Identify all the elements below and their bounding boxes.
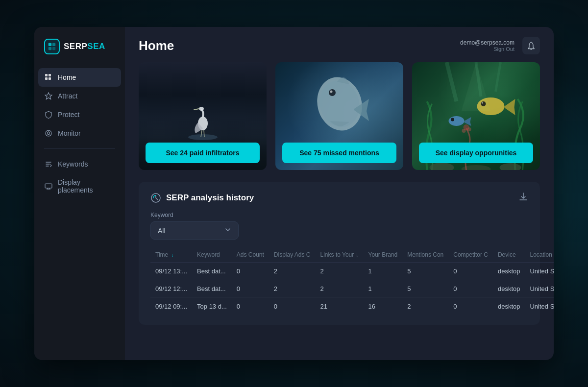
svg-rect-1 [52, 43, 55, 46]
feature-cards: See 24 paid infiltrators [139, 62, 540, 170]
cell-location: United S... [525, 263, 554, 280]
col-keyword: Keyword [192, 247, 232, 263]
cell-mentions: 5 [402, 280, 448, 298]
cell-location: United S... [525, 280, 554, 298]
table-row[interactable]: 09/12 12:... Best dat... 0 2 2 1 5 0 des… [150, 280, 554, 298]
sidebar-divider [44, 148, 115, 149]
attract-label: Attract [58, 92, 77, 100]
svg-rect-7 [49, 77, 51, 80]
table-row[interactable]: 09/12 09:... Top 13 d... 0 0 21 16 2 0 d… [150, 298, 554, 315]
monitor-icon [44, 129, 53, 138]
svg-point-15 [188, 134, 218, 140]
sidebar-item-display-placements[interactable]: Display placements [34, 173, 125, 199]
mentions-card[interactable]: See 75 missed mentions [275, 62, 403, 170]
sidebar-item-attract[interactable]: Attract [34, 87, 125, 105]
cell-keyword: Best dat... [192, 280, 232, 298]
page-title: Home [139, 38, 174, 53]
sign-out-button[interactable]: Sign Out [460, 46, 514, 52]
col-competitor: Competitor C [448, 247, 493, 263]
user-info: demo@serpsea.com Sign Out [460, 39, 514, 52]
svg-point-26 [500, 163, 521, 170]
main-content: Home demo@serpsea.com Sign Out [125, 27, 554, 360]
svg-rect-4 [45, 74, 48, 76]
sort-icon: ↓ [172, 252, 174, 258]
col-time: Time ↓ [150, 247, 192, 263]
keyword-select[interactable]: All [150, 221, 239, 240]
cell-location: United S... [525, 298, 554, 315]
cell-links: 2 [316, 263, 364, 280]
protect-icon [44, 110, 53, 119]
cell-competitor: 0 [448, 263, 493, 280]
cell-ads-count: 0 [232, 263, 269, 280]
notification-button[interactable] [522, 37, 540, 54]
svg-rect-3 [52, 47, 55, 50]
logo-icon [44, 39, 60, 54]
sidebar-item-keywords[interactable]: Keywords [34, 155, 125, 173]
sidebar-item-home[interactable]: Home [38, 68, 121, 87]
cell-competitor: 0 [448, 298, 493, 315]
logo-label: SERPSEA [64, 42, 105, 51]
display-placements-icon [44, 182, 53, 191]
cell-links: 2 [316, 280, 364, 298]
analysis-section: SERP analysis history Keyword All [139, 182, 540, 325]
svg-point-9 [48, 132, 50, 135]
svg-rect-2 [49, 47, 51, 50]
svg-point-34 [467, 127, 471, 131]
cell-mentions: 2 [402, 298, 448, 315]
infiltrators-card[interactable]: See 24 paid infiltrators [139, 62, 267, 170]
svg-point-31 [451, 118, 454, 121]
col-location: Location [525, 247, 554, 263]
table-header-row: Time ↓ Keyword Ads Count Display Ads C L… [150, 247, 554, 263]
col-device: Device [493, 247, 525, 263]
cell-device: desktop [493, 263, 525, 280]
col-mentions: Mentions Con [402, 247, 448, 263]
download-button[interactable] [518, 192, 528, 204]
col-your-brand: Your Brand [364, 247, 403, 263]
svg-line-19 [204, 130, 204, 137]
mentions-button[interactable]: See 75 missed mentions [282, 143, 396, 163]
cell-your-brand: 16 [364, 298, 403, 315]
svg-point-23 [330, 91, 332, 93]
cell-device: desktop [493, 280, 525, 298]
col-ads-count: Ads Count [232, 247, 269, 263]
logo: SERPSEA [34, 39, 125, 68]
svg-rect-6 [45, 77, 48, 80]
col-links: Links to Your ↓ [316, 247, 364, 263]
cell-time: 09/12 09:... [150, 298, 192, 315]
table-row[interactable]: 09/12 13:... Best dat... 0 2 2 1 5 0 des… [150, 263, 554, 280]
analysis-header: SERP analysis history [150, 192, 528, 204]
cell-keyword: Top 13 d... [192, 298, 232, 315]
keywords-icon [44, 160, 53, 169]
display-placements-label: Display placements [58, 178, 115, 194]
keyword-select-value: All [158, 227, 166, 235]
content-area: See 24 paid infiltrators [125, 62, 554, 360]
cell-display-ads: 2 [269, 280, 316, 298]
user-email: demo@serpsea.com [460, 39, 514, 46]
cell-display-ads: 0 [269, 298, 316, 315]
sidebar-item-monitor[interactable]: Monitor [34, 124, 125, 143]
svg-point-33 [462, 129, 466, 133]
col-display-ads: Display Ads C [269, 247, 316, 263]
header-actions: demo@serpsea.com Sign Out [460, 37, 540, 54]
display-button[interactable]: See display opporunities [419, 143, 533, 163]
svg-point-17 [199, 107, 204, 111]
keywords-label: Keywords [58, 160, 88, 168]
attract-icon [44, 92, 53, 100]
svg-rect-0 [49, 43, 51, 46]
svg-point-22 [329, 89, 336, 96]
display-card[interactable]: See display opporunities [412, 62, 540, 170]
sidebar-item-protect[interactable]: Protect [34, 105, 125, 124]
svg-rect-11 [45, 184, 52, 188]
svg-point-30 [449, 116, 465, 126]
cell-mentions: 5 [402, 263, 448, 280]
cell-device: desktop [493, 298, 525, 315]
analysis-table: Time ↓ Keyword Ads Count Display Ads C L… [150, 247, 554, 315]
app-window: SERPSEA Home Attract [34, 27, 554, 360]
cell-your-brand: 1 [364, 280, 403, 298]
cell-your-brand: 1 [364, 263, 403, 280]
cell-time: 09/12 12:... [150, 280, 192, 298]
svg-rect-5 [49, 74, 51, 76]
keyword-label: Keyword [150, 212, 528, 218]
infiltrators-button[interactable]: See 24 paid infiltrators [146, 143, 260, 163]
home-icon [44, 73, 53, 82]
